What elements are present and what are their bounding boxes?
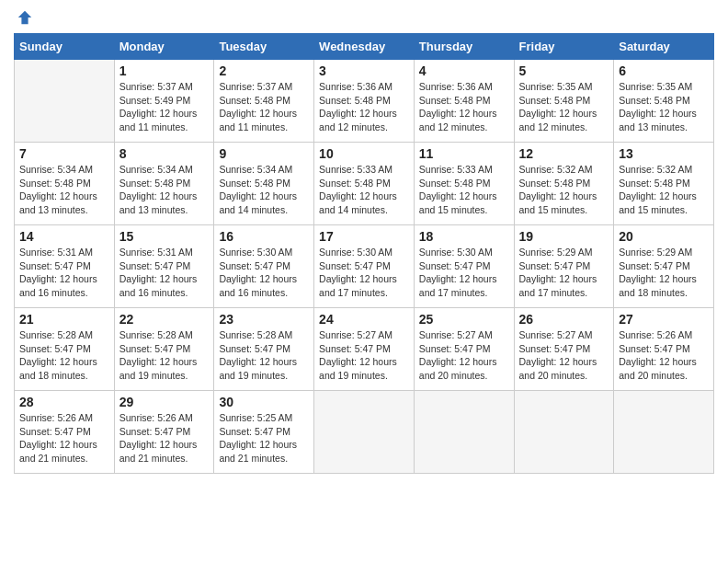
day-info: Sunrise: 5:33 AMSunset: 5:48 PMDaylight:… bbox=[319, 163, 409, 217]
day-number: 1 bbox=[119, 63, 210, 78]
day-number: 30 bbox=[219, 395, 309, 409]
calendar-cell: 5Sunrise: 5:35 AMSunset: 5:48 PMDaylight… bbox=[514, 60, 614, 143]
calendar-header-tuesday: Tuesday bbox=[214, 34, 314, 60]
calendar-header-sunday: Sunday bbox=[15, 34, 115, 60]
day-number: 10 bbox=[319, 146, 409, 161]
day-info: Sunrise: 5:30 AMSunset: 5:47 PMDaylight:… bbox=[219, 246, 309, 300]
calendar-cell: 30Sunrise: 5:25 AMSunset: 5:47 PMDayligh… bbox=[214, 391, 314, 474]
day-number: 13 bbox=[619, 146, 709, 161]
calendar-header-friday: Friday bbox=[514, 34, 614, 60]
calendar-cell bbox=[414, 391, 514, 474]
calendar-cell: 10Sunrise: 5:33 AMSunset: 5:48 PMDayligh… bbox=[314, 143, 415, 225]
day-number: 8 bbox=[119, 146, 210, 161]
day-number: 14 bbox=[19, 229, 109, 244]
calendar-cell: 17Sunrise: 5:30 AMSunset: 5:47 PMDayligh… bbox=[314, 225, 415, 308]
calendar-header-thursday: Thursday bbox=[414, 34, 514, 60]
calendar-cell: 26Sunrise: 5:27 AMSunset: 5:47 PMDayligh… bbox=[514, 308, 614, 391]
calendar-cell: 6Sunrise: 5:35 AMSunset: 5:48 PMDaylight… bbox=[614, 60, 714, 143]
day-info: Sunrise: 5:28 AMSunset: 5:47 PMDaylight:… bbox=[19, 328, 109, 383]
day-number: 12 bbox=[519, 146, 609, 161]
logo-icon bbox=[17, 9, 33, 26]
calendar-cell: 15Sunrise: 5:31 AMSunset: 5:47 PMDayligh… bbox=[114, 225, 214, 308]
day-number: 4 bbox=[419, 63, 509, 78]
calendar-header-wednesday: Wednesday bbox=[314, 34, 415, 60]
day-number: 21 bbox=[19, 312, 109, 327]
day-info: Sunrise: 5:30 AMSunset: 5:47 PMDaylight:… bbox=[419, 246, 509, 300]
day-number: 27 bbox=[619, 312, 709, 327]
day-number: 23 bbox=[219, 312, 309, 327]
day-info: Sunrise: 5:26 AMSunset: 5:47 PMDaylight:… bbox=[619, 328, 709, 383]
day-info: Sunrise: 5:27 AMSunset: 5:47 PMDaylight:… bbox=[519, 328, 609, 383]
day-info: Sunrise: 5:34 AMSunset: 5:48 PMDaylight:… bbox=[119, 163, 210, 217]
day-number: 16 bbox=[219, 229, 309, 244]
day-info: Sunrise: 5:36 AMSunset: 5:48 PMDaylight:… bbox=[319, 80, 409, 134]
calendar-week-row: 21Sunrise: 5:28 AMSunset: 5:47 PMDayligh… bbox=[15, 308, 714, 391]
calendar-cell bbox=[15, 60, 115, 143]
calendar-cell: 11Sunrise: 5:33 AMSunset: 5:48 PMDayligh… bbox=[414, 143, 514, 225]
day-number: 19 bbox=[519, 229, 609, 244]
calendar-cell: 7Sunrise: 5:34 AMSunset: 5:48 PMDaylight… bbox=[15, 143, 115, 225]
calendar-cell bbox=[614, 391, 714, 474]
calendar-week-row: 28Sunrise: 5:26 AMSunset: 5:47 PMDayligh… bbox=[15, 391, 714, 474]
day-info: Sunrise: 5:34 AMSunset: 5:48 PMDaylight:… bbox=[219, 163, 309, 217]
calendar-cell: 27Sunrise: 5:26 AMSunset: 5:47 PMDayligh… bbox=[614, 308, 714, 391]
calendar-cell bbox=[514, 391, 614, 474]
day-info: Sunrise: 5:25 AMSunset: 5:47 PMDaylight:… bbox=[219, 411, 309, 465]
day-number: 11 bbox=[419, 146, 509, 161]
day-info: Sunrise: 5:32 AMSunset: 5:48 PMDaylight:… bbox=[619, 163, 709, 217]
day-info: Sunrise: 5:37 AMSunset: 5:49 PMDaylight:… bbox=[119, 80, 210, 134]
calendar-week-row: 1Sunrise: 5:37 AMSunset: 5:49 PMDaylight… bbox=[15, 60, 714, 143]
day-number: 7 bbox=[19, 146, 109, 161]
day-info: Sunrise: 5:27 AMSunset: 5:47 PMDaylight:… bbox=[419, 328, 509, 383]
day-info: Sunrise: 5:27 AMSunset: 5:47 PMDaylight:… bbox=[319, 328, 409, 383]
calendar-week-row: 7Sunrise: 5:34 AMSunset: 5:48 PMDaylight… bbox=[15, 143, 714, 225]
day-number: 25 bbox=[419, 312, 509, 327]
day-number: 24 bbox=[319, 312, 409, 327]
calendar-cell: 21Sunrise: 5:28 AMSunset: 5:47 PMDayligh… bbox=[15, 308, 115, 391]
svg-marker-0 bbox=[18, 11, 31, 24]
day-number: 3 bbox=[319, 63, 409, 78]
calendar-cell: 29Sunrise: 5:26 AMSunset: 5:47 PMDayligh… bbox=[114, 391, 214, 474]
day-number: 9 bbox=[219, 146, 309, 161]
calendar-cell: 24Sunrise: 5:27 AMSunset: 5:47 PMDayligh… bbox=[314, 308, 415, 391]
day-info: Sunrise: 5:32 AMSunset: 5:48 PMDaylight:… bbox=[519, 163, 609, 217]
day-number: 26 bbox=[519, 312, 609, 327]
calendar-cell: 19Sunrise: 5:29 AMSunset: 5:47 PMDayligh… bbox=[514, 225, 614, 308]
calendar-cell: 20Sunrise: 5:29 AMSunset: 5:47 PMDayligh… bbox=[614, 225, 714, 308]
calendar-table: SundayMondayTuesdayWednesdayThursdayFrid… bbox=[14, 33, 714, 474]
day-number: 20 bbox=[619, 229, 709, 244]
day-info: Sunrise: 5:28 AMSunset: 5:47 PMDaylight:… bbox=[219, 328, 309, 383]
calendar-cell: 28Sunrise: 5:26 AMSunset: 5:47 PMDayligh… bbox=[15, 391, 115, 474]
day-number: 28 bbox=[19, 395, 109, 409]
day-info: Sunrise: 5:28 AMSunset: 5:47 PMDaylight:… bbox=[119, 328, 210, 383]
calendar-cell: 12Sunrise: 5:32 AMSunset: 5:48 PMDayligh… bbox=[514, 143, 614, 225]
day-number: 15 bbox=[119, 229, 210, 244]
calendar-cell: 16Sunrise: 5:30 AMSunset: 5:47 PMDayligh… bbox=[214, 225, 314, 308]
day-info: Sunrise: 5:37 AMSunset: 5:48 PMDaylight:… bbox=[219, 80, 309, 134]
calendar-cell: 22Sunrise: 5:28 AMSunset: 5:47 PMDayligh… bbox=[114, 308, 214, 391]
day-info: Sunrise: 5:31 AMSunset: 5:47 PMDaylight:… bbox=[19, 246, 109, 300]
calendar-cell: 4Sunrise: 5:36 AMSunset: 5:48 PMDaylight… bbox=[414, 60, 514, 143]
calendar-cell: 1Sunrise: 5:37 AMSunset: 5:49 PMDaylight… bbox=[114, 60, 214, 143]
day-info: Sunrise: 5:31 AMSunset: 5:47 PMDaylight:… bbox=[119, 246, 210, 300]
day-number: 2 bbox=[219, 63, 309, 78]
day-info: Sunrise: 5:26 AMSunset: 5:47 PMDaylight:… bbox=[19, 411, 109, 465]
day-number: 17 bbox=[319, 229, 409, 244]
day-info: Sunrise: 5:30 AMSunset: 5:47 PMDaylight:… bbox=[319, 246, 409, 300]
day-info: Sunrise: 5:29 AMSunset: 5:47 PMDaylight:… bbox=[619, 246, 709, 300]
calendar-week-row: 14Sunrise: 5:31 AMSunset: 5:47 PMDayligh… bbox=[15, 225, 714, 308]
calendar-cell: 25Sunrise: 5:27 AMSunset: 5:47 PMDayligh… bbox=[414, 308, 514, 391]
logo bbox=[14, 9, 33, 26]
day-info: Sunrise: 5:26 AMSunset: 5:47 PMDaylight:… bbox=[119, 411, 210, 465]
calendar-cell: 13Sunrise: 5:32 AMSunset: 5:48 PMDayligh… bbox=[614, 143, 714, 225]
day-info: Sunrise: 5:36 AMSunset: 5:48 PMDaylight:… bbox=[419, 80, 509, 134]
day-number: 29 bbox=[119, 395, 210, 409]
day-number: 6 bbox=[619, 63, 709, 78]
calendar-cell: 9Sunrise: 5:34 AMSunset: 5:48 PMDaylight… bbox=[214, 143, 314, 225]
calendar-cell: 2Sunrise: 5:37 AMSunset: 5:48 PMDaylight… bbox=[214, 60, 314, 143]
calendar-cell: 23Sunrise: 5:28 AMSunset: 5:47 PMDayligh… bbox=[214, 308, 314, 391]
calendar-cell: 8Sunrise: 5:34 AMSunset: 5:48 PMDaylight… bbox=[114, 143, 214, 225]
header bbox=[14, 9, 714, 26]
day-info: Sunrise: 5:29 AMSunset: 5:47 PMDaylight:… bbox=[519, 246, 609, 300]
calendar-cell: 3Sunrise: 5:36 AMSunset: 5:48 PMDaylight… bbox=[314, 60, 415, 143]
